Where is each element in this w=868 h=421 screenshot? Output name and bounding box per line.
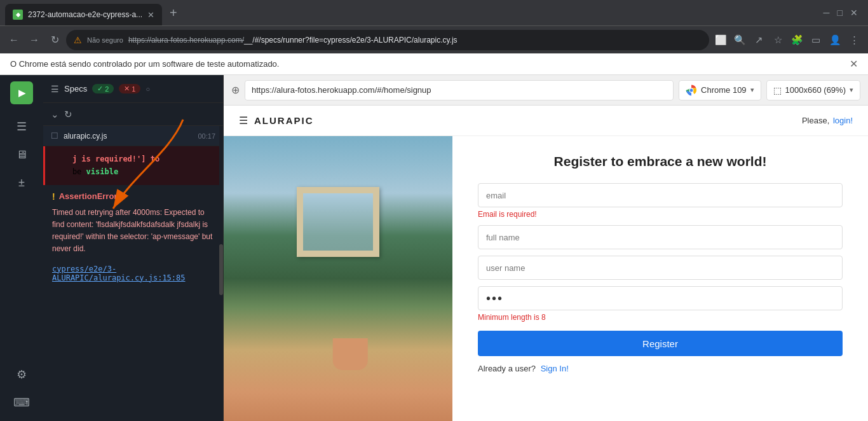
sidebar-item-settings[interactable]: ⚙ [8, 362, 36, 387]
cypress-logo[interactable]: ▶ [10, 81, 33, 104]
minimize-button[interactable]: ─ [824, 8, 830, 18]
specs-toolbar: ⌄ ↻ [43, 103, 223, 126]
more-options-icon[interactable]: ⋮ [845, 31, 863, 49]
alura-body: Register to embrace a new world! Email i… [224, 136, 868, 421]
alura-logo-text: ALURAPIC [254, 115, 314, 126]
share-icon[interactable]: ↗ [750, 31, 768, 49]
register-button[interactable]: Register [478, 331, 843, 356]
fullname-field[interactable] [478, 225, 843, 249]
pass-badge: ✓ 2 [92, 84, 114, 93]
error-code-line2: be visible [54, 165, 214, 178]
password-hint-message: Minimum length is 8 [478, 313, 843, 322]
file-icon: ☐ [51, 131, 58, 141]
new-tab-button[interactable]: + [165, 3, 182, 25]
zoom-icon[interactable]: 🔍 [731, 31, 749, 49]
pending-badge: ○ [146, 85, 150, 93]
cypress-test-panel: ☰ Specs ✓ 2 ✕ 1 ○ ⌄ ↻ ☐ alurapic.cy.js 0… [43, 75, 224, 421]
sidebar-item-monitor[interactable]: 🖥 [8, 142, 36, 167]
app-content: ☰ ALURAPIC Please, login! [224, 106, 868, 421]
error-source-link[interactable]: cypress/e2e/3-ALURAPIC/alurapic.cy.js:15… [43, 262, 223, 285]
assertion-error-row: ! AssertionError [43, 185, 223, 204]
resolution-dropdown-icon: ▾ [850, 86, 853, 94]
specs-label: Specs [64, 84, 87, 93]
specs-menu-icon: ☰ [51, 84, 59, 94]
address-text: https://alura-fotos.herokuapp.com/__/#/s… [128, 36, 702, 45]
cypress-app-bar: ⊕ https://alura-fotos.herokuapp.com/#/ho… [224, 75, 868, 106]
email-field[interactable] [478, 183, 843, 207]
scrollbar-track [219, 126, 223, 421]
reload-button[interactable]: ↻ [46, 31, 64, 49]
globe-icon: ⊕ [231, 84, 240, 96]
error-code-block: j is required!'] to be visible [43, 146, 223, 185]
test-file-row[interactable]: ☐ alurapic.cy.js 00:17 [43, 126, 223, 146]
form-title: Register to embrace a new world! [478, 154, 843, 169]
app-preview-area: ⊕ https://alura-fotos.herokuapp.com/#/ho… [224, 75, 868, 421]
fail-count: 1 [132, 85, 135, 93]
refresh-icon[interactable]: ↻ [64, 109, 72, 120]
exclamation-icon: ! [52, 191, 55, 202]
address-bar[interactable]: ⚠ Não seguro https://alura-fotos.herokua… [66, 30, 709, 50]
sidebar-item-keyboard[interactable]: ⌨ [8, 390, 36, 415]
sign-in-link[interactable]: Sign In! [541, 364, 569, 373]
login-link[interactable]: login! [833, 116, 853, 125]
alura-nav-right: Please, login! [802, 116, 853, 125]
username-field[interactable] [478, 256, 843, 280]
alura-menu-icon[interactable]: ☰ [239, 114, 248, 127]
banner-close-icon[interactable]: ✕ [850, 58, 858, 70]
resolution-icon: ⬚ [773, 85, 782, 95]
alura-app: ☰ ALURAPIC Please, login! [224, 106, 868, 421]
banner-text: O Chrome está sendo controlado por um so… [10, 59, 279, 69]
test-file-name: alurapic.cy.js [64, 132, 107, 141]
tab-favicon: ◆ [13, 10, 23, 20]
bookmark-icon[interactable]: ☆ [769, 31, 787, 49]
forward-button[interactable]: → [25, 31, 43, 49]
collapse-icon[interactable]: ⌄ [51, 109, 59, 120]
scrollbar-thumb[interactable] [219, 244, 223, 295]
alura-logo-group: ☰ ALURAPIC [239, 114, 314, 127]
assertion-error-label: AssertionError [59, 191, 118, 201]
toolbar-icons: ⬜ 🔍 ↗ ☆ 🧩 ▭ 👤 ⋮ [712, 31, 863, 49]
screenshot-icon[interactable]: ⬜ [712, 31, 729, 49]
picture-frame [297, 187, 379, 257]
sidebar-icon[interactable]: ▭ [807, 31, 825, 49]
alura-form-side: Register to embrace a new world! Email i… [452, 136, 868, 421]
test-file-time: 00:17 [198, 132, 215, 140]
close-button[interactable]: ✕ [850, 8, 858, 18]
pass-count: 2 [105, 85, 109, 93]
browser-dropdown-icon: ▾ [750, 86, 754, 94]
tab-close-icon[interactable]: ✕ [147, 10, 154, 20]
browser-selector[interactable]: Chrome 109 ▾ [679, 80, 761, 100]
browser-name: Chrome 109 [701, 85, 747, 95]
extensions-icon[interactable]: 🧩 [788, 31, 806, 49]
already-user-row: Already a user? Sign In! [478, 364, 843, 373]
x-icon: ✕ [124, 85, 130, 93]
sidebar-item-diff[interactable]: ± [8, 170, 36, 195]
already-user-text: Already a user? [478, 364, 536, 373]
svg-point-3 [690, 88, 693, 92]
error-code-line1: j is required!'] to [54, 153, 214, 165]
resolution-text: 1000x660 (69%) [785, 85, 846, 95]
error-message: Timed out retrying after 4000ms: Expecte… [43, 204, 223, 262]
check-icon: ✓ [97, 85, 103, 93]
back-button[interactable]: ← [5, 31, 23, 49]
password-field[interactable] [478, 286, 843, 310]
hand-element [333, 338, 368, 370]
alura-navbar: ☰ ALURAPIC Please, login! [224, 106, 868, 136]
app-url-text: https://alura-fotos.herokuapp.com/#/home… [252, 85, 431, 95]
sidebar-item-specs[interactable]: ☰ [8, 114, 36, 139]
chrome-logo-icon [686, 85, 697, 96]
active-tab[interactable]: ◆ 2372-automacao-e2e-cypress-a... ✕ [5, 4, 162, 25]
please-text: Please, [802, 116, 829, 125]
automation-banner: O Chrome está sendo controlado por um so… [0, 53, 868, 75]
fail-badge: ✕ 1 [119, 84, 140, 93]
app-url-bar[interactable]: https://alura-fotos.herokuapp.com/#/home… [245, 80, 674, 100]
alura-scene-image [224, 136, 452, 421]
tab-title: 2372-automacao-e2e-cypress-a... [28, 10, 142, 19]
profile-icon[interactable]: 👤 [826, 31, 844, 49]
security-warning-icon: ⚠ [74, 35, 82, 45]
resolution-selector[interactable]: ⬚ 1000x660 (69%) ▾ [766, 80, 860, 100]
cypress-sidebar: ▶ ☰ 🖥 ± ⚙ ⌨ [0, 75, 43, 421]
email-error-message: Email is required! [478, 210, 843, 219]
alura-image-side [224, 136, 452, 421]
maximize-button[interactable]: □ [837, 8, 843, 18]
